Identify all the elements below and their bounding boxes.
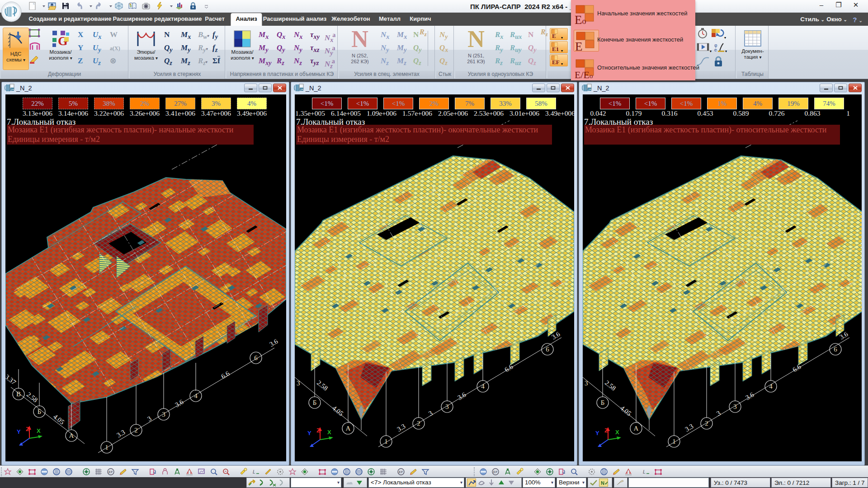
svg-text:6: 6 <box>546 346 549 353</box>
svg-text:EF: EF <box>108 470 113 474</box>
svg-text:3: 3 <box>162 411 165 418</box>
svg-text:В: В <box>16 390 21 398</box>
svg-text:EF: EF <box>493 470 498 474</box>
svg-text:N✓: N✓ <box>601 480 608 486</box>
svg-text:L: L <box>253 469 255 474</box>
svg-text:1: 1 <box>105 444 108 451</box>
svg-text:L: L <box>643 469 646 474</box>
svg-text:6: 6 <box>834 346 837 353</box>
svg-text:EF: EF <box>399 470 403 474</box>
svg-text:А: А <box>346 425 351 432</box>
svg-text:Y: Y <box>17 428 21 435</box>
svg-text:Z: Z <box>26 426 29 432</box>
svg-text:3: 3 <box>585 380 588 387</box>
svg-text:2: 2 <box>417 420 420 427</box>
svg-text:2: 2 <box>705 420 708 427</box>
svg-text:E: E <box>552 33 556 39</box>
svg-text:24: 24 <box>588 88 591 91</box>
svg-text:Z: Z <box>604 427 608 434</box>
svg-text:Б: Б <box>601 399 605 406</box>
svg-text:4: 4 <box>481 383 485 390</box>
svg-text:А: А <box>69 432 74 439</box>
svg-text:24: 24 <box>11 88 14 91</box>
svg-text:E: E <box>575 40 583 52</box>
svg-text:1: 1 <box>384 438 388 445</box>
svg-text:Eo: Eo <box>575 13 586 25</box>
svg-text:Б: Б <box>38 408 42 415</box>
svg-text:X: X <box>615 429 619 436</box>
svg-text:Б: Б <box>313 399 317 406</box>
svg-text:А: А <box>634 425 639 432</box>
svg-text:Y: Y <box>307 430 311 436</box>
svg-text:24: 24 <box>300 88 303 91</box>
svg-text:6: 6 <box>254 354 258 361</box>
svg-text:X: X <box>327 429 331 436</box>
svg-text:1: 1 <box>672 438 676 445</box>
svg-text:3: 3 <box>445 403 449 410</box>
svg-text:2: 2 <box>134 427 138 434</box>
svg-text:Y: Y <box>595 430 599 436</box>
svg-text:E1: E1 <box>552 46 559 52</box>
svg-text:4: 4 <box>769 383 773 390</box>
svg-text:EF: EF <box>552 59 560 65</box>
svg-text:X: X <box>37 427 41 434</box>
svg-text:3: 3 <box>733 403 737 410</box>
svg-text:4: 4 <box>194 392 198 399</box>
svg-text:Z: Z <box>316 427 320 434</box>
svg-text:3: 3 <box>297 380 300 387</box>
svg-text:e: e <box>714 47 717 52</box>
